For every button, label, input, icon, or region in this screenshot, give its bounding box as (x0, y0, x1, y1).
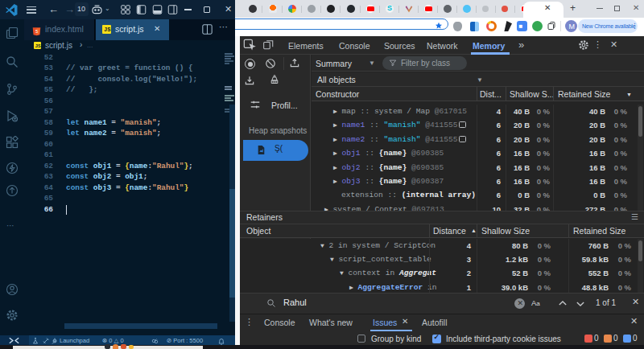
svg-text:5: 5 (35, 29, 38, 34)
